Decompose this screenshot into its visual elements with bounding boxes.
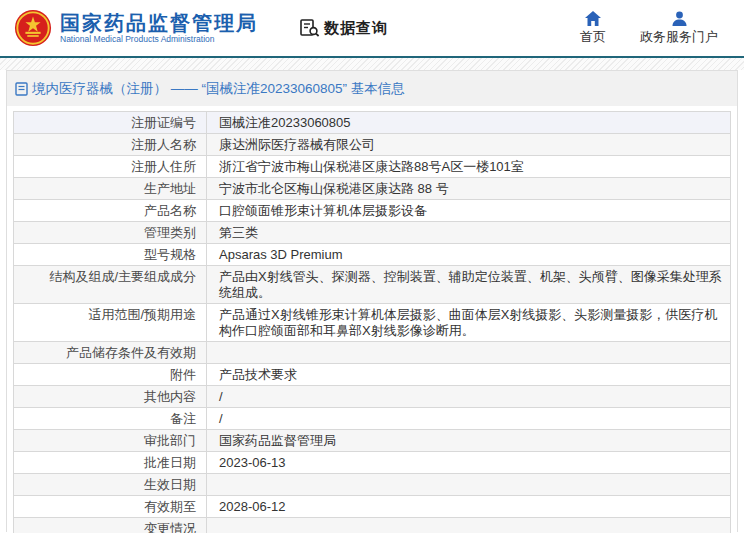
row-label: 注册人名称 bbox=[14, 134, 207, 155]
table-row: 生产地址宁波市北仑区梅山保税港区康达路 88 号 bbox=[14, 178, 730, 200]
row-label: 适用范围/预期用途 bbox=[14, 304, 207, 341]
table-row: 备注/ bbox=[14, 408, 730, 430]
table-row: 注册证编号国械注准20233060805 bbox=[14, 112, 730, 134]
data-query-icon bbox=[300, 19, 320, 37]
table-row: 结构及组成/主要组成成分产品由X射线管头、探测器、控制装置、辅助定位装置、机架、… bbox=[14, 266, 730, 304]
row-label: 型号规格 bbox=[14, 244, 207, 265]
row-value: / bbox=[207, 408, 730, 429]
row-label-text: 生产地址 bbox=[144, 181, 196, 197]
row-label-text: 变更情况 bbox=[144, 521, 196, 533]
row-label-text: 审批部门 bbox=[144, 433, 196, 449]
row-label: 附件 bbox=[14, 364, 207, 385]
row-label-text: 结构及组成/主要组成成分 bbox=[49, 269, 196, 285]
row-label: 注册证编号 bbox=[14, 112, 207, 133]
row-value: 国家药品监督管理局 bbox=[207, 430, 730, 451]
row-label-text: 其他内容 bbox=[144, 389, 196, 405]
row-value: 2023-06-13 bbox=[207, 452, 730, 473]
hatched-strip bbox=[0, 58, 744, 70]
nav-gov-portal[interactable]: 政务服务门户 bbox=[640, 11, 718, 46]
row-label: 备注 bbox=[14, 408, 207, 429]
row-value: 2028-06-12 bbox=[207, 496, 730, 517]
row-label: 其他内容 bbox=[14, 386, 207, 407]
table-row: 其他内容/ bbox=[14, 386, 730, 408]
row-label-text: 备注 bbox=[170, 411, 196, 427]
row-label: 审批部门 bbox=[14, 430, 207, 451]
nav-gov-portal-label: 政务服务门户 bbox=[640, 28, 718, 46]
row-label: 产品名称 bbox=[14, 200, 207, 221]
row-label-text: 注册人住所 bbox=[131, 159, 196, 175]
row-label: 生效日期 bbox=[14, 474, 207, 495]
table-row: 管理类别第三类 bbox=[14, 222, 730, 244]
data-query-label: 数据查询 bbox=[324, 19, 388, 38]
row-label-text: 产品名称 bbox=[144, 203, 196, 219]
row-value: / bbox=[207, 386, 730, 407]
row-value: 第三类 bbox=[207, 222, 730, 243]
row-label-text: 附件 bbox=[170, 367, 196, 383]
row-value: 产品通过X射线锥形束计算机体层摄影、曲面体层X射线摄影、头影测量摄影，供医疗机构… bbox=[207, 304, 730, 341]
table-row: 型号规格Apsaras 3D Premium bbox=[14, 244, 730, 266]
brand-block: 国家药品监督管理局 National Medical Products Admi… bbox=[60, 12, 258, 45]
nav-home[interactable]: 首页 bbox=[580, 11, 606, 46]
row-value: 产品由X射线管头、探测器、控制装置、辅助定位装置、机架、头颅臂、图像采集处理系统… bbox=[207, 266, 730, 303]
row-value: 产品技术要求 bbox=[207, 364, 730, 385]
header-nav: 首页 政务服务门户 bbox=[580, 11, 730, 46]
row-label-text: 管理类别 bbox=[144, 225, 196, 241]
data-query-section[interactable]: 数据查询 bbox=[300, 19, 388, 38]
home-icon bbox=[585, 11, 601, 26]
table-row: 产品名称口腔颌面锥形束计算机体层摄影设备 bbox=[14, 200, 730, 222]
row-label-text: 注册证编号 bbox=[131, 115, 196, 131]
row-value: 口腔颌面锥形束计算机体层摄影设备 bbox=[207, 200, 730, 221]
row-value bbox=[207, 518, 730, 533]
table-row: 注册人名称康达洲际医疗器械有限公司 bbox=[14, 134, 730, 156]
table-row: 生效日期 bbox=[14, 474, 730, 496]
nav-home-label: 首页 bbox=[580, 28, 606, 46]
row-value: Apsaras 3D Premium bbox=[207, 244, 730, 265]
row-label: 结构及组成/主要组成成分 bbox=[14, 266, 207, 303]
row-label-text: 批准日期 bbox=[144, 455, 196, 471]
table-row: 有效期至2028-06-12 bbox=[14, 496, 730, 518]
row-label-text: 型号规格 bbox=[144, 247, 196, 263]
row-label: 管理类别 bbox=[14, 222, 207, 243]
national-emblem-logo bbox=[14, 9, 52, 47]
page-header: 国家药品监督管理局 National Medical Products Admi… bbox=[0, 0, 744, 56]
table-row: 附件产品技术要求 bbox=[14, 364, 730, 386]
row-value: 国械注准20233060805 bbox=[207, 112, 730, 133]
table-row: 批准日期2023-06-13 bbox=[14, 452, 730, 474]
row-label-text: 生效日期 bbox=[144, 477, 196, 493]
site-title: 国家药品监督管理局 bbox=[60, 12, 258, 34]
row-value: 宁波市北仑区梅山保税港区康达路 88 号 bbox=[207, 178, 730, 199]
row-value: 康达洲际医疗器械有限公司 bbox=[207, 134, 730, 155]
content-panel: 境内医疗器械（注册） —— “国械注准20233060805” 基本信息 注册证… bbox=[6, 70, 738, 532]
row-label: 生产地址 bbox=[14, 178, 207, 199]
row-value bbox=[207, 474, 730, 495]
row-label-text: 适用范围/预期用途 bbox=[88, 307, 196, 323]
breadcrumb-text: 境内医疗器械（注册） —— “国械注准20233060805” 基本信息 bbox=[32, 80, 405, 98]
row-label-text: 产品储存条件及有效期 bbox=[66, 345, 196, 361]
table-row: 变更情况 bbox=[14, 518, 730, 533]
document-icon bbox=[15, 82, 28, 96]
row-label: 批准日期 bbox=[14, 452, 207, 473]
row-label: 有效期至 bbox=[14, 496, 207, 517]
row-label: 产品储存条件及有效期 bbox=[14, 342, 207, 363]
row-value: 浙江省宁波市梅山保税港区康达路88号A区一楼101室 bbox=[207, 156, 730, 177]
table-row: 产品储存条件及有效期 bbox=[14, 342, 730, 364]
site-subtitle: National Medical Products Administration bbox=[60, 34, 258, 45]
row-label-text: 注册人名称 bbox=[131, 137, 196, 153]
user-icon bbox=[672, 11, 687, 26]
row-label-text: 有效期至 bbox=[144, 499, 196, 515]
row-label: 变更情况 bbox=[14, 518, 207, 533]
info-table: 注册证编号国械注准20233060805注册人名称康达洲际医疗器械有限公司注册人… bbox=[13, 111, 731, 533]
row-value bbox=[207, 342, 730, 363]
breadcrumb: 境内医疗器械（注册） —— “国械注准20233060805” 基本信息 bbox=[7, 71, 737, 106]
table-row: 注册人住所浙江省宁波市梅山保税港区康达路88号A区一楼101室 bbox=[14, 156, 730, 178]
row-label: 注册人住所 bbox=[14, 156, 207, 177]
table-row: 适用范围/预期用途产品通过X射线锥形束计算机体层摄影、曲面体层X射线摄影、头影测… bbox=[14, 304, 730, 342]
table-row: 审批部门国家药品监督管理局 bbox=[14, 430, 730, 452]
